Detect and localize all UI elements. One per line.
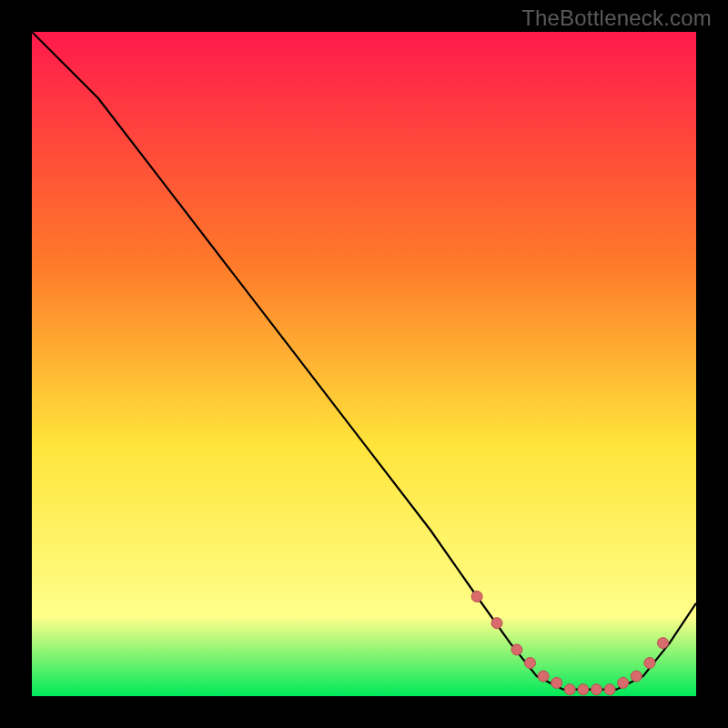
marker-dot: [538, 671, 549, 682]
marker-dot: [644, 658, 655, 669]
marker-dot: [551, 677, 562, 688]
marker-dot: [618, 677, 629, 688]
marker-dot: [471, 592, 482, 602]
marker-dot: [525, 658, 536, 669]
marker-dot: [658, 638, 669, 649]
chart-stage: TheBottleneck.com: [0, 0, 728, 728]
marker-dot: [592, 684, 602, 695]
marker-dot: [631, 671, 642, 682]
watermark-text: TheBottleneck.com: [521, 5, 712, 31]
marker-dot: [604, 684, 615, 695]
chart-svg: [32, 32, 696, 696]
marker-dot: [578, 684, 589, 695]
marker-dot: [564, 684, 575, 695]
gradient-background: [32, 32, 696, 696]
marker-dot: [491, 618, 502, 629]
marker-dot: [511, 644, 522, 655]
plot-area: [32, 32, 696, 696]
